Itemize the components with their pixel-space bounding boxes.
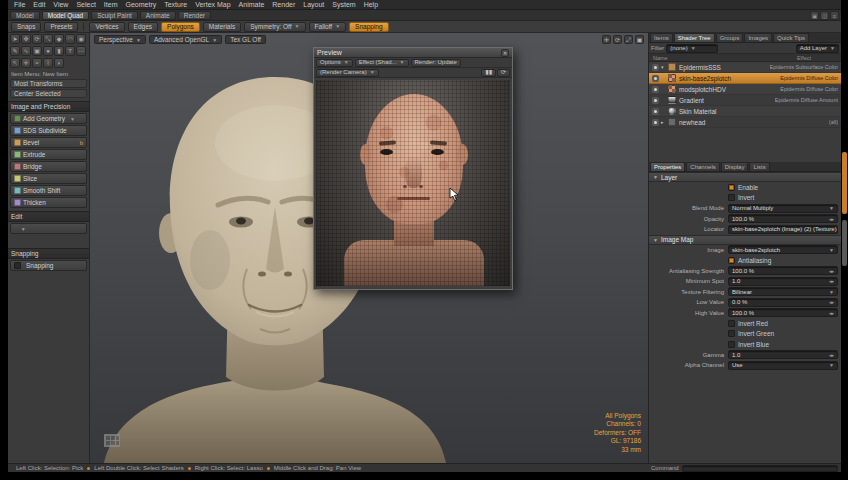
texture-gl-dropdown[interactable]: Tex GL Off xyxy=(225,35,266,44)
menu-system[interactable]: System xyxy=(328,0,359,9)
add-layer-dropdown[interactable]: Add Layer▼ xyxy=(796,44,839,53)
materials-mode-button[interactable]: Materials xyxy=(203,22,241,32)
edges-mode-button[interactable]: Edges xyxy=(128,22,158,32)
thicken-button[interactable]: Thicken xyxy=(10,197,87,208)
preview-camera-dropdown[interactable]: (Render Camera)▼ xyxy=(316,69,379,77)
polygons-mode-button[interactable]: Polygons xyxy=(161,22,200,32)
visibility-eye-icon[interactable] xyxy=(652,86,659,93)
symmetry-dropdown[interactable]: Symmetry: Off▼ xyxy=(244,22,305,32)
close-icon[interactable]: ✕ xyxy=(501,49,509,57)
invert-red-checkbox[interactable] xyxy=(728,320,735,327)
shader-tree-row-modsplotchhdv[interactable]: modsplotchHDV Epidermis Diffuse Color xyxy=(649,84,841,95)
zoom-view-icon[interactable]: ⤢ xyxy=(624,35,633,44)
pen-tool-icon[interactable]: ✎ xyxy=(10,46,20,56)
rotate-tool-icon[interactable]: ⟳ xyxy=(32,34,42,44)
tab-lists[interactable]: Lists xyxy=(749,162,769,171)
element-move-icon[interactable]: ↖ xyxy=(10,58,20,68)
expand-arrow-icon[interactable]: ▾ xyxy=(661,64,668,70)
primitive-cube-icon[interactable]: ▣ xyxy=(32,46,42,56)
rotate-view-icon[interactable]: ⟳ xyxy=(613,35,622,44)
snapping-checkbox[interactable] xyxy=(14,262,21,269)
shader-tree-row-skin-base2splotch[interactable]: skin-base2splotch Epidermis Diffuse Colo… xyxy=(649,73,841,84)
menu-vertex-map[interactable]: Vertex Map xyxy=(191,0,234,9)
primitive-sphere-icon[interactable]: ● xyxy=(43,46,53,56)
menu-layout[interactable]: Layout xyxy=(299,0,328,9)
locator-dropdown[interactable]: skin-base2splotch (Image) (2) (Texture)▼ xyxy=(728,225,838,234)
tab-render[interactable]: Render xyxy=(178,11,211,20)
tab-model[interactable]: Model xyxy=(10,11,40,20)
high-value-minislider[interactable]: 100.0 %◂▸ xyxy=(728,308,838,317)
preview-pause-icon[interactable]: ▮▮ xyxy=(481,69,496,77)
sculpt-tool-icon[interactable]: ◗ xyxy=(54,58,64,68)
low-value-minislider[interactable]: 0.0 %◂▸ xyxy=(728,298,838,307)
falloff-dropdown[interactable]: Falloff▼ xyxy=(309,22,347,32)
tab-animate[interactable]: Animate xyxy=(140,11,176,20)
gamma-field[interactable]: 1.0◂▸ xyxy=(728,350,838,359)
flex-tool-icon[interactable]: ⌇ xyxy=(43,58,53,68)
presets-button[interactable]: Presets xyxy=(44,22,78,32)
expand-arrow-icon[interactable]: ▸ xyxy=(661,119,668,125)
preview-title-bar[interactable]: Preview ✕ xyxy=(314,48,512,58)
menu-geometry[interactable]: Geometry xyxy=(121,0,160,9)
menu-edit[interactable]: Edit xyxy=(29,0,49,9)
layout-switcher-icon[interactable]: ▣ xyxy=(810,11,819,20)
snapping-options-button[interactable]: Snapping xyxy=(10,260,87,271)
alpha-channel-dropdown[interactable]: Use▼ xyxy=(728,361,838,370)
enable-checkbox[interactable] xyxy=(728,184,735,191)
tab-model-quad[interactable]: Model Quad xyxy=(42,11,89,20)
tab-quick-tips[interactable]: Quick Tips xyxy=(773,33,809,42)
view-type-dropdown[interactable]: Perspective▼ xyxy=(94,35,146,44)
tab-display[interactable]: Display xyxy=(721,162,749,171)
item-menu-label[interactable]: Item Menu: New Item xyxy=(8,69,89,78)
bevel-button[interactable]: Bevelb xyxy=(10,137,87,148)
menu-select[interactable]: Select xyxy=(72,0,99,9)
visibility-eye-icon[interactable] xyxy=(652,108,659,115)
smooth-tool-icon[interactable]: ≈ xyxy=(32,58,42,68)
menu-item[interactable]: Item xyxy=(100,0,122,9)
preview-effect-dropdown[interactable]: Effect (Shad...▼ xyxy=(355,59,409,67)
texture-filtering-dropdown[interactable]: Bilinear▼ xyxy=(728,287,838,296)
center-selected-item[interactable]: Center Selected xyxy=(10,89,87,98)
blend-mode-dropdown[interactable]: Normal Multiply▼ xyxy=(728,204,838,213)
image-map-section-header[interactable]: ▼Image Map xyxy=(649,235,841,245)
menu-texture[interactable]: Texture xyxy=(160,0,191,9)
extrude-button[interactable]: Extrude xyxy=(10,149,87,160)
vertical-palette-tab-active[interactable] xyxy=(842,152,847,214)
menu-animate[interactable]: Animate xyxy=(235,0,269,9)
text-tool-icon[interactable]: T xyxy=(65,46,75,56)
shader-tree-row-epidermis-sss[interactable]: ▾ EpidermisSSS Epidermis Subsurface Colo… xyxy=(649,62,841,73)
action-center-icon[interactable]: ◉ xyxy=(76,34,86,44)
smooth-shift-button[interactable]: Smooth Shift xyxy=(10,185,87,196)
preview-options-dropdown[interactable]: Options▼ xyxy=(316,59,353,67)
visibility-eye-icon[interactable] xyxy=(652,64,659,71)
shader-tree-row-gradient[interactable]: Gradient Epidermis Diffuse Amount xyxy=(649,95,841,106)
visibility-eye-icon[interactable] xyxy=(652,75,659,82)
layer-section-header[interactable]: ▼Layer xyxy=(649,172,841,182)
shader-tree-row-skin-material[interactable]: Skin Material xyxy=(649,106,841,117)
move-tool-icon[interactable]: ✥ xyxy=(21,34,31,44)
tab-items[interactable]: Items xyxy=(650,33,673,42)
add-geometry-dropdown[interactable]: Add Geometry ▼ xyxy=(10,113,87,124)
menu-help[interactable]: Help xyxy=(360,0,382,9)
tab-channels[interactable]: Channels xyxy=(686,162,719,171)
opacity-minislider[interactable]: 100.0 %◂▸ xyxy=(728,214,838,223)
menu-file[interactable]: File xyxy=(10,0,29,9)
preview-render-canvas[interactable] xyxy=(316,80,510,286)
primitive-cylinder-icon[interactable]: ▮ xyxy=(54,46,64,56)
antialiasing-checkbox[interactable] xyxy=(728,257,735,264)
slice-button[interactable]: Slice xyxy=(10,173,87,184)
tab-sculpt-paint[interactable]: Sculpt Paint xyxy=(91,11,138,20)
curve-tool-icon[interactable]: ∿ xyxy=(21,46,31,56)
most-transforms-item[interactable]: Most Transforms xyxy=(10,79,87,88)
snapping-toggle-button[interactable]: Snapping xyxy=(349,22,388,32)
select-tool-icon[interactable]: ➤ xyxy=(10,34,20,44)
image-dropdown[interactable]: skin-base2splotch▼ xyxy=(728,245,838,254)
bridge-button[interactable]: Bridge xyxy=(10,161,87,172)
sds-subdivide-button[interactable]: SDS Subdivide xyxy=(10,125,87,136)
pan-view-icon[interactable]: ✛ xyxy=(602,35,611,44)
drag-tool-icon[interactable]: ✛ xyxy=(21,58,31,68)
preview-refresh-icon[interactable]: ⟳ xyxy=(497,69,510,77)
filter-dropdown[interactable]: (none)▼ xyxy=(666,44,718,53)
more-tools-icon[interactable]: ⋯ xyxy=(76,46,86,56)
snaps-button[interactable]: Snaps xyxy=(11,22,41,32)
